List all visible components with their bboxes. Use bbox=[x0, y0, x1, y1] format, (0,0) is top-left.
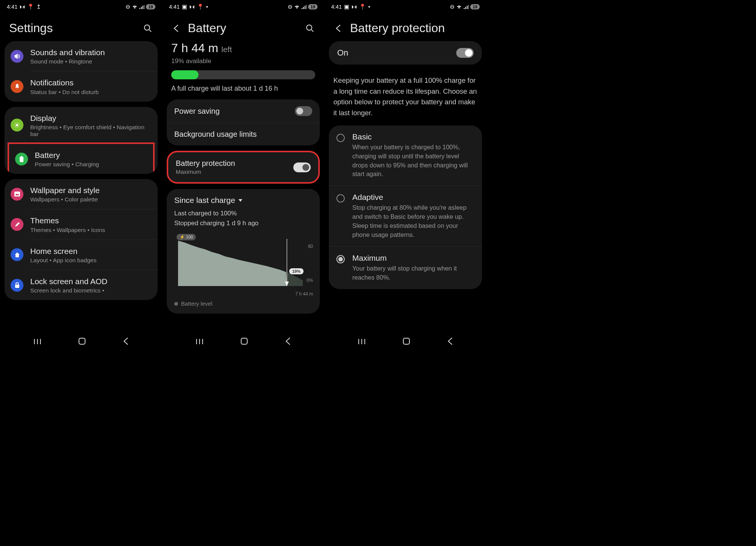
svg-line-8 bbox=[19, 127, 19, 127]
svg-line-10 bbox=[19, 123, 19, 124]
option-basic[interactable]: Basic When your battery is charged to 10… bbox=[329, 125, 482, 186]
option-adaptive[interactable]: Adaptive Stop charging at 80% while you'… bbox=[329, 186, 482, 246]
lock-icon bbox=[11, 279, 23, 292]
battery-indicator: 19 bbox=[308, 4, 318, 9]
item-title: Sounds and vibration bbox=[30, 47, 152, 57]
item-sub: Themes • Wallpapers • Icons bbox=[30, 227, 152, 234]
since-charge-dropdown[interactable]: Since last charge bbox=[174, 196, 312, 205]
settings-item-homescreen[interactable]: Home screen Layout • App icon badges bbox=[5, 240, 158, 270]
nav-home[interactable] bbox=[78, 337, 86, 347]
item-title: Home screen bbox=[30, 246, 152, 256]
battery-chart: ⚡ 100 19% 80 0% 7 h 44 m bbox=[174, 233, 312, 290]
back-icon[interactable] bbox=[171, 23, 182, 34]
protection-description: Keeping your battery at a full 100% char… bbox=[324, 68, 486, 125]
option-desc: Your battery will stop charging when it … bbox=[352, 264, 474, 282]
nav-bar bbox=[324, 333, 486, 352]
highlight-battery: Battery Power saving • Charging bbox=[8, 142, 155, 174]
settings-item-display[interactable]: Display Brightness • Eye comfort shield … bbox=[5, 107, 158, 144]
dot-icon bbox=[174, 302, 178, 306]
chart-elapsed: 7 h 44 m bbox=[295, 291, 313, 297]
status-time: 4:41 bbox=[169, 4, 180, 10]
battery-summary: 7 h 44 m left 19% available A full charg… bbox=[162, 41, 324, 93]
item-title: Display bbox=[30, 113, 152, 123]
nav-back[interactable] bbox=[448, 337, 453, 348]
svg-rect-29 bbox=[241, 338, 247, 344]
nav-recents[interactable] bbox=[358, 337, 366, 347]
nav-recents[interactable] bbox=[196, 337, 203, 347]
bg-usage-row[interactable]: Background usage limits bbox=[167, 123, 320, 145]
settings-item-themes[interactable]: Themes Themes • Wallpapers • Icons bbox=[5, 209, 158, 239]
svg-point-19 bbox=[307, 25, 312, 30]
search-icon[interactable] bbox=[143, 23, 153, 34]
gmail-icon bbox=[352, 5, 357, 9]
radio-maximum[interactable] bbox=[336, 255, 345, 263]
settings-item-battery[interactable]: Battery Power saving • Charging bbox=[11, 145, 152, 172]
time-left-value: 7 h 44 m bbox=[171, 41, 218, 55]
more-indicator: • bbox=[206, 4, 208, 10]
nav-recents[interactable] bbox=[34, 337, 41, 347]
settings-item-lockscreen[interactable]: Lock screen and AOD Screen lock and biom… bbox=[5, 270, 158, 300]
wifi-icon bbox=[294, 5, 300, 9]
chart-now-pill: 19% bbox=[289, 268, 304, 274]
item-title: Lock screen and AOD bbox=[30, 276, 152, 286]
wifi-icon bbox=[132, 5, 138, 9]
speaker-icon bbox=[11, 50, 23, 63]
setting-label: Background usage limits bbox=[174, 130, 257, 139]
battery-indicator: 19 bbox=[470, 4, 480, 9]
sun-icon bbox=[11, 119, 23, 131]
battery-protection-toggle[interactable] bbox=[293, 162, 311, 172]
nav-home[interactable] bbox=[240, 337, 248, 347]
battery-protection-row[interactable]: Battery protection Maximum bbox=[168, 152, 318, 182]
home-icon bbox=[11, 248, 23, 261]
svg-line-7 bbox=[15, 123, 16, 124]
svg-marker-21 bbox=[239, 199, 242, 202]
battery-available: 19% available bbox=[171, 57, 315, 65]
radio-adaptive[interactable] bbox=[336, 194, 345, 203]
nav-home[interactable] bbox=[403, 337, 410, 347]
battery-progress-fill bbox=[171, 70, 198, 79]
svg-point-2 bbox=[16, 124, 18, 126]
last-charged: Last charged to 100% bbox=[174, 209, 312, 218]
battery-protection-screen: 4:41 ▣ 📍 • ⊖ 19 Battery protection On bbox=[324, 0, 486, 352]
setting-sub: Maximum bbox=[176, 169, 235, 175]
item-sub: Wallpapers • Color palette bbox=[30, 196, 152, 203]
battery-progress-bar bbox=[171, 70, 315, 79]
chevron-down-icon bbox=[238, 198, 243, 202]
time-left-label: left bbox=[222, 45, 232, 54]
item-title: Wallpaper and style bbox=[30, 185, 152, 195]
power-saving-toggle[interactable] bbox=[295, 106, 312, 116]
protection-header-row: Battery protection bbox=[324, 12, 486, 41]
status-bar: 4:41 ▣ 📍 • ⊖ 19 bbox=[162, 0, 324, 12]
battery-settings-card-1: Power saving Background usage limits bbox=[167, 99, 320, 145]
settings-group-1: Sounds and vibration Sound mode • Ringto… bbox=[5, 41, 158, 102]
battery-screen: 4:41 ▣ 📍 • ⊖ 19 Battery bbox=[162, 0, 324, 352]
settings-item-notifications[interactable]: Notifications Status bar • Do not distur… bbox=[5, 71, 158, 101]
radio-basic[interactable] bbox=[336, 134, 345, 142]
search-icon[interactable] bbox=[305, 23, 315, 34]
settings-group-2: Display Brightness • Eye comfort shield … bbox=[5, 107, 158, 174]
nav-back[interactable] bbox=[123, 337, 129, 348]
on-label: On bbox=[337, 48, 348, 58]
signal-icon bbox=[463, 5, 469, 9]
option-maximum[interactable]: Maximum Your battery will stop charging … bbox=[329, 246, 482, 289]
settings-item-wallpaper[interactable]: Wallpaper and style Wallpapers • Color p… bbox=[5, 179, 158, 209]
on-toggle[interactable] bbox=[456, 48, 474, 58]
power-saving-row[interactable]: Power saving bbox=[167, 99, 320, 123]
screenshot-icon: ▣ bbox=[182, 4, 187, 10]
item-sub: Status bar • Do not disturb bbox=[30, 89, 152, 96]
bell-icon bbox=[11, 80, 23, 93]
protection-master-toggle[interactable]: On bbox=[329, 41, 482, 65]
screenshot-icon: ▣ bbox=[344, 4, 349, 10]
option-desc: Stop charging at 80% while you're asleep… bbox=[352, 203, 474, 240]
chart-svg bbox=[174, 233, 310, 286]
svg-point-0 bbox=[144, 25, 150, 30]
back-icon[interactable] bbox=[333, 23, 344, 34]
nav-back[interactable] bbox=[285, 337, 291, 348]
page-title: Settings bbox=[9, 21, 136, 35]
protection-options-card: Basic When your battery is charged to 10… bbox=[329, 125, 482, 289]
svg-rect-18 bbox=[79, 338, 85, 344]
axis-80: 80 bbox=[308, 244, 313, 249]
page-title: Battery protection bbox=[350, 21, 477, 35]
settings-item-sounds[interactable]: Sounds and vibration Sound mode • Ringto… bbox=[5, 41, 158, 71]
location-icon: 📍 bbox=[359, 4, 366, 10]
